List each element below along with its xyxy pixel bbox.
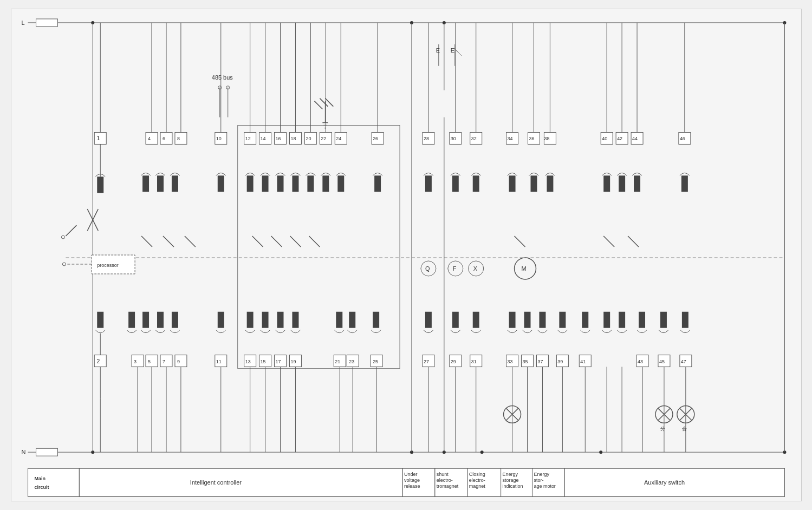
svg-text:28: 28 [423,136,428,141]
svg-text:31: 31 [471,359,476,364]
svg-rect-64 [128,312,135,328]
top-rail-label: L [21,19,24,26]
svg-text:19: 19 [290,359,296,364]
svg-rect-211 [539,312,545,328]
svg-text:29: 29 [450,359,456,364]
energy-motor-label: Energy [534,472,549,477]
svg-rect-142 [373,312,379,328]
circle-f: F [452,265,456,272]
svg-text:6: 6 [162,136,165,141]
svg-rect-165 [472,175,479,192]
svg-text:41: 41 [580,359,586,364]
svg-text:21: 21 [335,359,340,364]
svg-text:47: 47 [680,359,686,364]
diagram-container: L N 485 bus E E 1 [11,9,802,501]
undervoltage-release-label2: voltage [404,478,420,483]
svg-text:27: 27 [423,359,428,364]
svg-text:8: 8 [177,136,179,141]
svg-rect-191 [509,175,515,192]
svg-rect-176 [452,312,458,328]
svg-text:3: 3 [134,359,137,364]
svg-rect-42 [97,312,103,328]
circle-m: M [521,265,526,272]
svg-text:33: 33 [507,359,512,364]
energy-motor-label2: stor- [534,478,543,483]
svg-rect-240 [603,312,610,328]
svg-text:37: 37 [537,359,543,364]
svg-rect-50 [142,175,149,192]
svg-text:30: 30 [450,136,456,141]
svg-text:17: 17 [275,359,281,364]
svg-rect-260 [28,468,79,496]
energy-storage-ind-label3: indication [502,483,523,489]
svg-text:34: 34 [507,136,512,141]
svg-text:32: 32 [471,136,476,141]
svg-rect-67 [171,312,178,328]
svg-text:45: 45 [659,359,664,364]
energy-motor-label3: age motor [534,483,555,489]
svg-text:18: 18 [290,136,296,141]
svg-text:20: 20 [306,136,311,141]
auxiliary-switch-label: Auxiliary switch [644,479,685,486]
svg-rect-114 [337,175,344,192]
bus-label: 485 bus [211,74,233,81]
main-circuit-label2: circuit [34,485,49,490]
svg-rect-193 [547,175,553,192]
svg-rect-164 [452,175,458,192]
energy-storage-ind-label2: storage [502,478,518,483]
svg-text:10: 10 [216,136,221,141]
svg-rect-175 [425,312,431,328]
svg-text:46: 46 [679,136,685,141]
svg-rect-177 [472,312,479,328]
intelligent-controller-label: Intelligent controller [190,479,241,486]
svg-text:9: 9 [177,359,179,364]
closing-label3: magnet [469,483,485,489]
circle-q: Q [425,265,430,272]
svg-text:15: 15 [260,359,265,364]
svg-text:40: 40 [602,136,607,141]
svg-rect-108 [246,175,253,192]
svg-rect-213 [582,312,588,328]
svg-rect-136 [336,312,342,328]
svg-rect-111 [292,175,298,192]
svg-rect-128 [246,312,253,328]
svg-rect-242 [639,312,645,328]
energy-storage-ind-label: Energy [502,472,518,477]
svg-text:42: 42 [617,136,622,141]
svg-text:16: 16 [275,136,281,141]
main-circuit-label: Main [34,476,45,481]
svg-text:11: 11 [216,359,221,364]
closing-label: Closing [469,472,485,477]
bottom-rail-label: N [21,449,25,455]
svg-text:26: 26 [373,136,378,141]
svg-text:14: 14 [260,136,265,141]
svg-text:4: 4 [148,136,151,141]
processor-label: processor [97,263,118,268]
svg-text:43: 43 [638,359,643,364]
svg-rect-130 [277,312,283,328]
he-label: 合 [681,426,686,431]
svg-rect-243 [660,312,666,328]
svg-text:24: 24 [336,136,341,141]
svg-rect-163 [425,175,431,192]
terminal-2: 2 [96,358,100,364]
svg-text:35: 35 [522,359,528,364]
svg-rect-137 [349,312,355,328]
svg-text:38: 38 [544,136,549,141]
svg-rect-109 [262,175,268,192]
svg-text:5: 5 [148,359,151,364]
undervoltage-release-label3: release [404,483,420,489]
shunt-symbol-1: E [436,47,439,54]
svg-text:44: 44 [632,136,638,141]
svg-rect-129 [262,312,268,328]
svg-rect-2 [36,19,57,27]
svg-text:13: 13 [245,359,250,364]
closing-label2: electro- [469,478,485,483]
shunt-label3: tromagnet [436,483,458,489]
svg-rect-112 [307,175,314,192]
svg-rect-233 [681,175,687,192]
svg-rect-79 [217,312,224,328]
svg-rect-192 [530,175,537,192]
svg-rect-210 [524,312,530,328]
svg-rect-51 [157,175,164,192]
